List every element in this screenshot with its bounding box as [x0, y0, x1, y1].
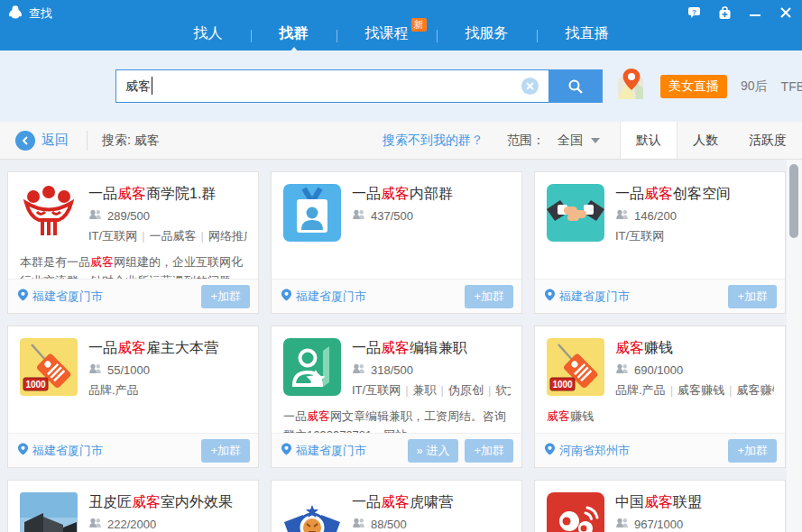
group-location[interactable]: 福建省厦门市: [281, 289, 465, 305]
location-pin-icon: [545, 443, 555, 458]
search-icon: [567, 78, 585, 96]
group-title: 一品威客雇主大本营: [88, 339, 247, 357]
scope-label: 范围：: [507, 133, 545, 149]
close-button[interactable]: [779, 5, 793, 20]
hot-link-3[interactable]: TFBOYS: [781, 79, 802, 94]
nav-tab-2[interactable]: 找群: [280, 19, 309, 52]
highlighted-keyword: 威客: [381, 186, 410, 201]
cant-find-group-link[interactable]: 搜索不到我的群？: [383, 133, 484, 149]
members-icon: [615, 209, 629, 223]
search-summary: 搜索: 威客: [102, 133, 160, 149]
back-button[interactable]: 返回: [15, 131, 69, 151]
yipin-logo-icon: [20, 184, 78, 242]
group-tags: IT/互联网|一品威客|网络推广|...: [88, 228, 247, 244]
highlighted-keyword: 威客: [644, 186, 673, 201]
nav-tab-5[interactable]: 找直播: [566, 19, 609, 52]
join-group-button[interactable]: +加群: [728, 285, 777, 308]
nav-separator: [437, 30, 438, 42]
location-pin-icon: [281, 443, 291, 458]
join-group-button[interactable]: +加群: [728, 439, 777, 463]
text-caret: [152, 77, 152, 95]
search-section: 美女直播90后TFBOYS: [0, 50, 802, 122]
search-button[interactable]: [548, 69, 603, 103]
members-icon: [615, 518, 629, 531]
join-group-button[interactable]: +加群: [201, 439, 250, 463]
feedback-icon[interactable]: ?: [687, 5, 701, 20]
highlighted-keyword: 威客: [90, 255, 114, 269]
enter-group-button[interactable]: » 进入: [408, 439, 459, 463]
location-pin-icon: [545, 289, 555, 304]
nav-separator: [537, 30, 538, 42]
group-tags: 品牌.产品: [88, 382, 247, 399]
tag: 软文: [495, 383, 511, 397]
group-title: 一品威客创客空间: [615, 185, 774, 203]
svg-text:1000: 1000: [552, 380, 573, 390]
join-group-button[interactable]: +加群: [465, 285, 513, 308]
member-count: 146/200: [615, 209, 774, 223]
group-card[interactable]: 中国威客联盟967/1000: [534, 480, 786, 532]
highlighted-keyword: 威客: [132, 494, 161, 509]
tag: 伪原创: [448, 383, 484, 397]
building-photo: [20, 492, 78, 532]
hot-link-2[interactable]: 90后: [741, 78, 768, 95]
group-location[interactable]: 福建省厦门市: [18, 289, 201, 305]
nav-tab-1[interactable]: 找人: [194, 19, 223, 52]
scope-dropdown[interactable]: 全国: [558, 133, 583, 149]
hot-link-1[interactable]: 美女直播: [660, 75, 727, 98]
tag: 品牌.产品: [88, 383, 139, 397]
divider: [87, 131, 88, 151]
location-pin-icon: [281, 289, 291, 304]
clear-search-icon[interactable]: [521, 78, 539, 95]
group-card[interactable]: 1000威客赚钱690/1000品牌.产品|威客赚钱|威客赚钱|...威客赚钱河…: [534, 326, 786, 468]
tag: 兼职: [413, 383, 437, 397]
group-card[interactable]: 丑皮匠威客室内外效果222/2000: [7, 480, 259, 532]
group-card[interactable]: 一品威客商学院1.群289/500IT/互联网|一品威客|网络推广|...本群是…: [7, 171, 259, 314]
member-count: 690/1000: [615, 363, 774, 377]
chevron-down-icon[interactable]: [591, 138, 600, 143]
group-card[interactable]: 一品威客编辑兼职318/500IT/互联网|兼职|伪原创|软文|...一品威客网…: [271, 326, 522, 468]
tag: IT/互联网: [88, 229, 137, 243]
group-card[interactable]: 一品威客创客空间146/200IT/互联网福建省厦门市+加群: [534, 171, 786, 314]
group-card[interactable]: 1000一品威客雇主大本营55/1000品牌.产品福建省厦门市+加群: [7, 326, 259, 468]
member-count: 55/1000: [88, 363, 247, 377]
sort-tab-3[interactable]: 活跃度: [733, 122, 802, 159]
tag: 一品威客: [150, 229, 197, 243]
join-group-button[interactable]: +加群: [201, 285, 250, 308]
nav-tab-4[interactable]: 找服务: [466, 19, 509, 52]
back-arrow-icon: [15, 131, 35, 151]
member-count: 318/500: [352, 363, 511, 377]
tag: 品牌.产品: [615, 383, 666, 397]
sort-tab-1[interactable]: 默认: [620, 122, 678, 159]
red-mascot-icon: [547, 492, 604, 532]
group-location[interactable]: 河南省郑州市: [545, 443, 728, 459]
minimize-button[interactable]: [748, 5, 762, 20]
group-tags: IT/互联网|兼职|伪原创|软文|...: [352, 382, 511, 399]
group-card[interactable]: 一品威客内部群437/500福建省厦门市+加群: [271, 171, 522, 314]
sort-tabs: 默认人数活跃度: [620, 122, 802, 159]
group-title: 一品威客编辑兼职: [352, 339, 511, 357]
gift-bag-icon[interactable]: [717, 5, 732, 20]
id-badge-icon: [283, 184, 341, 242]
location-pin-icon: [18, 443, 28, 458]
tag: IT/互联网: [352, 383, 401, 397]
filter-bar: 返回 搜索: 威客 搜索不到我的群？ 范围： 全国 默认人数活跃度: [0, 122, 802, 160]
scrollbar[interactable]: [787, 160, 801, 532]
join-group-button[interactable]: +加群: [465, 439, 513, 463]
tag: 威客赚钱: [678, 383, 724, 397]
sort-tab-2[interactable]: 人数: [678, 122, 733, 159]
members-icon: [352, 209, 365, 223]
map-location-icon[interactable]: [616, 69, 647, 105]
group-location[interactable]: 福建省厦门市: [545, 289, 728, 305]
group-card[interactable]: 一品威客虎啸营88/500: [271, 480, 522, 532]
group-description: 威客赚钱: [535, 407, 785, 426]
nav-tab-3[interactable]: 找课程新: [365, 19, 409, 52]
tag: IT/互联网: [615, 229, 664, 243]
location-pin-icon: [18, 289, 28, 304]
search-input[interactable]: [115, 69, 548, 103]
group-location[interactable]: 福建省厦门市: [281, 443, 408, 459]
tag: 威客赚钱: [736, 383, 774, 397]
group-title: 一品威客商学院1.群: [88, 185, 247, 203]
group-title: 丑皮匠威客室内外效果: [88, 493, 247, 511]
scrollbar-thumb[interactable]: [789, 164, 798, 238]
group-location[interactable]: 福建省厦门市: [18, 443, 201, 459]
